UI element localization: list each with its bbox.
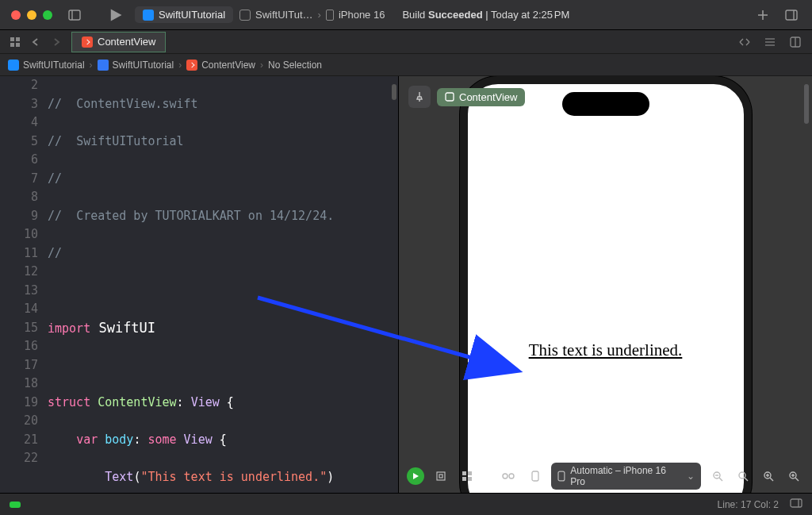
crumb-selection[interactable]: No Selection xyxy=(268,60,322,71)
preview-scrollbar[interactable] xyxy=(804,84,809,124)
crumb-label: ContentView xyxy=(201,60,255,71)
crumb-label: No Selection xyxy=(268,60,322,71)
crumb-label: SwiftUITutorial xyxy=(23,60,85,71)
nav-forward-icon[interactable] xyxy=(48,33,65,51)
zoom-out-icon[interactable] xyxy=(707,467,728,485)
simulated-device: This text is underlined. xyxy=(460,76,752,493)
chevron-down-icon: ⌄ xyxy=(687,471,695,482)
run-destination[interactable]: SwiftUITut… › iPhone 16 xyxy=(239,9,385,21)
svg-point-25 xyxy=(509,474,514,478)
svg-rect-16 xyxy=(446,93,454,101)
file-tab[interactable]: ContentView xyxy=(71,32,166,52)
svg-rect-20 xyxy=(462,471,466,475)
preview-selector[interactable]: ContentView xyxy=(437,88,525,106)
cursor-position: Line: 17 Col: 2 xyxy=(718,499,779,510)
build-status: Build Succeeded | Today at 2:25 PM xyxy=(402,9,569,21)
crumb-project[interactable]: SwiftUITutorial xyxy=(8,60,85,71)
svg-rect-8 xyxy=(16,37,20,41)
scheme-selector[interactable]: SwiftUITutorial xyxy=(135,6,233,23)
device-icon xyxy=(326,10,334,21)
svg-rect-18 xyxy=(437,472,445,480)
project-icon xyxy=(8,60,19,71)
scheme-icon xyxy=(239,10,251,21)
svg-rect-23 xyxy=(468,477,472,481)
source-editor[interactable]: 234 567 8910 111213 141516 171819 202122… xyxy=(0,76,399,493)
preview-text: This text is underlined. xyxy=(529,340,683,360)
folder-icon xyxy=(98,60,109,71)
live-preview-icon[interactable] xyxy=(407,467,424,485)
status-bar: Line: 17 Col: 2 xyxy=(0,493,812,515)
canvas-area[interactable]: ContentView This text is underlined. xyxy=(399,76,812,493)
preview-on-device-icon[interactable] xyxy=(525,467,546,485)
svg-point-31 xyxy=(739,472,745,478)
jump-bar: SwiftUITutorial › SwiftUITutorial › Cont… xyxy=(0,54,812,76)
app-icon xyxy=(143,10,154,21)
svg-rect-5 xyxy=(786,10,797,20)
swift-file-icon xyxy=(186,60,197,71)
nav-back-icon[interactable] xyxy=(27,33,44,51)
svg-line-29 xyxy=(719,478,722,481)
svg-point-24 xyxy=(503,474,508,478)
svg-marker-17 xyxy=(413,473,419,479)
add-editor-icon[interactable] xyxy=(787,33,804,51)
variants-icon[interactable] xyxy=(457,467,477,485)
svg-line-44 xyxy=(258,298,511,369)
adjust-editor-icon[interactable] xyxy=(761,33,779,51)
svg-rect-41 xyxy=(791,499,802,507)
canvas-toolbar: Automatic – iPhone 16 Pro ⌄ xyxy=(399,464,812,488)
svg-line-38 xyxy=(795,478,799,481)
svg-rect-9 xyxy=(10,43,14,47)
chevron-right-icon: › xyxy=(178,60,182,71)
svg-rect-10 xyxy=(16,43,20,47)
zoom-actual-icon[interactable] xyxy=(733,467,753,485)
crumb-label: SwiftUITutorial xyxy=(113,60,174,71)
swift-file-icon xyxy=(82,37,93,48)
device-picker-label: Automatic – iPhone 16 Pro xyxy=(570,465,682,487)
selectable-preview-icon[interactable] xyxy=(431,467,451,485)
device-picker[interactable]: Automatic – iPhone 16 Pro ⌄ xyxy=(551,463,701,490)
file-tab-label: ContentView xyxy=(98,36,155,48)
chevron-right-icon: › xyxy=(260,60,263,71)
svg-line-34 xyxy=(770,478,773,481)
zoom-in-icon[interactable] xyxy=(783,467,804,485)
tab-bar: ContentView xyxy=(0,30,812,54)
window-controls xyxy=(11,10,52,20)
chevron-right-icon: › xyxy=(90,60,93,71)
canvas-preview: ContentView This text is underlined. xyxy=(399,76,812,493)
run-button-icon[interactable] xyxy=(108,7,124,23)
svg-rect-19 xyxy=(439,475,442,478)
preview-chip-label: ContentView xyxy=(459,91,517,103)
zoom-fit-icon[interactable] xyxy=(758,467,779,485)
dynamic-island-icon xyxy=(562,92,649,116)
svg-rect-7 xyxy=(10,37,14,41)
code-body[interactable]: // ContentView.swift // SwiftUITutorial … xyxy=(48,76,398,493)
related-items-icon[interactable] xyxy=(6,33,24,51)
svg-line-32 xyxy=(745,478,748,481)
chevron-right-icon: › xyxy=(318,9,321,21)
svg-rect-26 xyxy=(532,471,538,481)
annotation-arrow-icon xyxy=(230,286,547,397)
scheme-name: SwiftUITut… xyxy=(255,9,312,21)
editor-area: 234 567 8910 111213 141516 171819 202122… xyxy=(0,76,812,493)
device-name: iPhone 16 xyxy=(339,9,385,21)
pin-preview-button[interactable] xyxy=(408,86,431,108)
crumb-file[interactable]: ContentView xyxy=(186,60,255,71)
minimize-window-icon[interactable] xyxy=(27,10,36,20)
toggle-navigator-icon[interactable] xyxy=(65,6,84,25)
zoom-window-icon[interactable] xyxy=(43,10,52,20)
toggle-inspector-icon[interactable] xyxy=(790,498,802,510)
close-window-icon[interactable] xyxy=(11,10,21,20)
code-review-icon[interactable] xyxy=(736,33,753,51)
device-settings-icon[interactable] xyxy=(498,467,519,485)
svg-rect-27 xyxy=(558,471,565,481)
build-status-indicator-icon[interactable] xyxy=(10,502,21,508)
svg-rect-21 xyxy=(468,471,472,475)
scrollbar-thumb[interactable] xyxy=(392,84,396,100)
svg-marker-2 xyxy=(111,9,122,21)
library-button-icon[interactable] xyxy=(782,6,801,25)
add-button-icon[interactable] xyxy=(753,6,772,25)
line-gutter: 234 567 8910 111213 141516 171819 202122 xyxy=(0,76,48,493)
crumb-folder[interactable]: SwiftUITutorial xyxy=(98,60,174,71)
project-name: SwiftUITutorial xyxy=(159,9,225,21)
svg-rect-22 xyxy=(462,477,466,481)
